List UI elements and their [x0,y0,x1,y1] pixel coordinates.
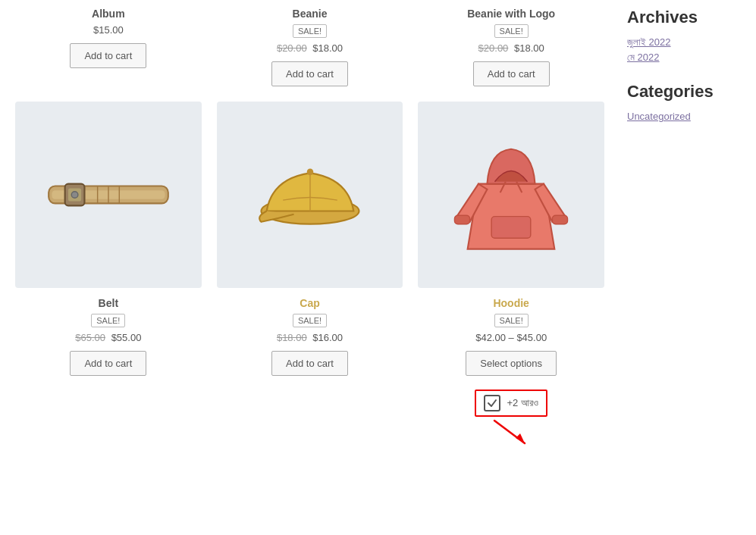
top-product-row: Album $15.00 Add to cart Beanie SALE! $2… [15,8,604,86]
price-current-belt: $55.00 [111,332,142,343]
product-price-hoodie: $42.00 – $45.00 [475,332,547,343]
price-range-hoodie: $42.00 – $45.00 [475,332,547,343]
categories-title: Categories [627,82,741,102]
svg-rect-11 [491,216,531,238]
product-name-belt: Belt [99,297,118,309]
add-to-cart-beanie-logo-button[interactable]: Add to cart [473,61,550,86]
product-price-cap: $18.00 $16.00 [277,332,343,343]
archive-link-july-2022[interactable]: জুলাই 2022 [627,36,741,48]
product-name-album: Album [92,8,125,20]
annotation-checkbox-icon [484,395,500,411]
bottom-product-row: Belt SALE! $65.00 $55.00 Add to cart [15,102,604,447]
svg-point-10 [306,168,313,175]
category-link-uncategorized[interactable]: Uncategorized [627,111,741,122]
product-price-beanie-logo: $20.00 $18.00 [478,42,544,54]
product-image-hoodie [418,102,604,288]
product-image-cap [217,102,403,288]
annotation-box: +2 আরও [475,390,547,417]
sale-badge-hoodie: SALE! [494,314,529,327]
sale-badge-cap: SALE! [293,314,327,327]
red-arrow-wrap [475,417,547,447]
product-name-beanie: Beanie [293,8,328,20]
archive-link-may-2022[interactable]: মে 2022 [627,52,741,64]
svg-rect-15 [553,215,568,224]
price-original-beanie-logo: $20.00 [478,42,509,54]
price-current-beanie-logo: $18.00 [514,42,544,54]
product-card-cap: Cap SALE! $18.00 $16.00 Add to cart [217,102,403,447]
svg-rect-14 [455,215,470,224]
sale-badge-belt: SALE! [91,314,125,327]
product-image-belt [15,102,202,288]
price-original-beanie: $20.00 [277,42,307,54]
product-name-hoodie: Hoodie [493,297,529,309]
annotation-wrap: +2 আরও [475,390,547,417]
sale-badge-beanie-logo: SALE! [494,24,529,38]
add-to-cart-belt-button[interactable]: Add to cart [70,351,146,376]
categories-section: Categories Uncategorized [627,82,741,122]
product-card-album: Album $15.00 Add to cart [15,8,202,86]
svg-marker-17 [516,433,525,443]
annotation-text: +2 আরও [507,397,538,409]
main-content: Album $15.00 Add to cart Beanie SALE! $2… [15,0,620,535]
product-name-beanie-logo: Beanie with Logo [467,8,555,20]
archives-title: Archives [627,8,741,27]
hoodie-annotation-section: +2 আরও [475,382,547,447]
product-card-hoodie: Hoodie SALE! $42.00 – $45.00 Select opti… [418,102,604,447]
price-original-belt: $65.00 [75,332,105,343]
price-single-album: $15.00 [93,24,124,36]
page-wrapper: Album $15.00 Add to cart Beanie SALE! $2… [0,0,756,535]
add-to-cart-cap-button[interactable]: Add to cart [271,351,348,376]
product-price-album: $15.00 [93,24,124,36]
price-current-cap: $16.00 [312,332,343,343]
sidebar: Archives জুলাই 2022 মে 2022 Categories U… [620,0,741,535]
price-current-beanie: $18.00 [312,42,343,54]
select-options-hoodie-button[interactable]: Select options [466,351,557,376]
svg-point-4 [71,192,78,199]
add-to-cart-album-button[interactable]: Add to cart [70,43,146,68]
product-name-cap: Cap [300,297,319,309]
price-original-cap: $18.00 [277,332,307,343]
product-card-beanie: Beanie SALE! $20.00 $18.00 Add to cart [217,8,403,86]
archives-section: Archives জুলাই 2022 মে 2022 [627,8,741,64]
product-card-belt: Belt SALE! $65.00 $55.00 Add to cart [15,102,202,447]
add-to-cart-beanie-button[interactable]: Add to cart [271,61,348,86]
sale-badge-beanie: SALE! [293,24,327,38]
product-price-beanie: $20.00 $18.00 [277,42,343,54]
product-card-beanie-logo: Beanie with Logo SALE! $20.00 $18.00 Add… [418,8,604,86]
product-price-belt: $65.00 $55.00 [75,332,141,343]
